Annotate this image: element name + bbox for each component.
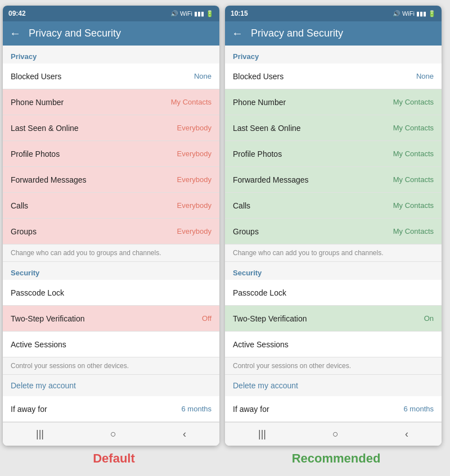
passcode-lock-label-right: Passcode Lock [233,288,286,297]
profile-photos-left[interactable]: Profile Photos Everybody [3,141,219,167]
blocked-users-value-right: None [416,72,434,80]
last-seen-label-left: Last Seen & Online [11,124,79,133]
back-arrow-left[interactable]: ← [10,27,21,40]
settings-list-right: Privacy Blocked Users None Phone Number … [225,46,442,422]
nav-back-left[interactable]: ‹ [183,428,186,440]
status-bar-left: 09:42 🔊 WiFi ▮▮▮ 🔋 [3,6,219,21]
security-header-left: Security [3,262,219,280]
status-icons-left: 🔊 WiFi ▮▮▮ 🔋 [170,10,214,17]
last-seen-value-right: My Contacts [393,124,434,132]
top-bar-right: ← Privacy and Security [225,21,442,46]
profile-photos-label-right: Profile Photos [233,149,282,158]
groups-value-left: Everybody [177,227,212,235]
phone-number-value-left: My Contacts [171,98,212,106]
calls-label-right: Calls [233,201,250,210]
two-step-value-left: Off [202,314,212,323]
active-sessions-right[interactable]: Active Sessions [225,332,442,357]
delete-account-link-right[interactable]: Delete my account [233,381,298,390]
blocked-users-left[interactable]: Blocked Users None [3,64,219,89]
last-seen-left[interactable]: Last Seen & Online Everybody [3,115,219,141]
calls-left[interactable]: Calls Everybody [3,193,219,219]
security-helper-right: Control your sessions on other devices. [225,357,442,375]
groups-value-right: My Contacts [393,227,434,235]
forwarded-msgs-left[interactable]: Forwarded Messages Everybody [3,167,219,193]
calls-value-left: Everybody [177,201,212,210]
phone-number-label-left: Phone Number [11,98,64,107]
page-title-left: Privacy and Security [29,28,121,39]
labels-row: Default Recommended [3,451,447,466]
nav-back-right[interactable]: ‹ [405,428,408,440]
status-bar-right: 10:15 🔊 WiFi ▮▮▮ 🔋 [225,6,442,21]
if-away-label-left: If away for [11,405,47,414]
if-away-label-right: If away for [233,405,269,414]
if-away-left[interactable]: If away for 6 months [3,396,219,422]
delete-account-left: Delete my account [3,375,219,396]
page-title-right: Privacy and Security [251,28,343,39]
delete-account-right: Delete my account [225,375,442,396]
phone-recommended: 10:15 🔊 WiFi ▮▮▮ 🔋 ← Privacy and Securit… [225,6,442,446]
delete-account-link-left[interactable]: Delete my account [11,381,76,390]
profile-photos-label-left: Profile Photos [11,149,60,158]
active-sessions-label-left: Active Sessions [11,340,66,349]
last-seen-value-left: Everybody [177,124,212,132]
last-seen-label-right: Last Seen & Online [233,124,301,133]
blocked-users-label-left: Blocked Users [11,72,61,81]
groups-left[interactable]: Groups Everybody [3,219,219,244]
two-step-label-left: Two-Step Verification [11,314,85,323]
forwarded-msgs-label-right: Forwarded Messages [233,175,309,184]
groups-right[interactable]: Groups My Contacts [225,219,442,244]
two-step-value-right: On [424,314,434,323]
active-sessions-left[interactable]: Active Sessions [3,332,219,357]
time-left: 09:42 [8,10,26,17]
passcode-lock-right[interactable]: Passcode Lock [225,280,442,306]
calls-label-left: Calls [11,201,28,210]
nav-bar-left: ||| ○ ‹ [3,422,219,446]
nav-bar-right: ||| ○ ‹ [225,422,442,446]
calls-right[interactable]: Calls My Contacts [225,193,442,219]
security-helper-left: Control your sessions on other devices. [3,357,219,375]
phone-number-left[interactable]: Phone Number My Contacts [3,89,219,115]
phone-default: 09:42 🔊 WiFi ▮▮▮ 🔋 ← Privacy and Securit… [3,6,219,446]
groups-label-left: Groups [11,227,37,236]
phones-container: 09:42 🔊 WiFi ▮▮▮ 🔋 ← Privacy and Securit… [3,6,447,446]
two-step-label-right: Two-Step Verification [233,314,307,323]
passcode-lock-left[interactable]: Passcode Lock [3,280,219,306]
recommended-label: Recommended [228,451,444,466]
settings-list-left: Privacy Blocked Users None Phone Number … [3,46,219,422]
passcode-lock-label-left: Passcode Lock [11,288,64,297]
forwarded-msgs-right[interactable]: Forwarded Messages My Contacts [225,167,442,193]
groups-label-right: Groups [233,227,259,236]
nav-menu-right[interactable]: ||| [258,428,266,440]
top-bar-left: ← Privacy and Security [3,21,219,46]
forwarded-msgs-value-left: Everybody [177,175,212,184]
phone-number-right[interactable]: Phone Number My Contacts [225,89,442,115]
profile-photos-value-right: My Contacts [393,149,434,158]
profile-photos-value-left: Everybody [177,149,212,158]
two-step-right[interactable]: Two-Step Verification On [225,306,442,332]
privacy-header-left: Privacy [3,46,219,64]
back-arrow-right[interactable]: ← [232,27,243,40]
security-header-right: Security [225,262,442,280]
blocked-users-value-left: None [194,72,212,80]
phone-number-label-right: Phone Number [233,98,286,107]
time-right: 10:15 [231,10,248,17]
forwarded-msgs-label-left: Forwarded Messages [11,175,87,184]
two-step-left[interactable]: Two-Step Verification Off [3,306,219,332]
signal-icons-right: 🔊 WiFi ▮▮▮ 🔋 [393,10,436,17]
profile-photos-right[interactable]: Profile Photos My Contacts [225,141,442,167]
last-seen-right[interactable]: Last Seen & Online My Contacts [225,115,442,141]
signal-icons-left: 🔊 WiFi ▮▮▮ 🔋 [170,10,214,17]
privacy-helper-left: Change who can add you to groups and cha… [3,244,219,262]
calls-value-right: My Contacts [393,201,434,210]
if-away-right[interactable]: If away for 6 months [225,396,442,422]
nav-menu-left[interactable]: ||| [36,428,44,440]
active-sessions-label-right: Active Sessions [233,340,289,349]
blocked-users-right[interactable]: Blocked Users None [225,64,442,89]
privacy-helper-right: Change who can add you to groups and cha… [225,244,442,262]
nav-home-left[interactable]: ○ [110,428,116,440]
privacy-header-right: Privacy [225,46,442,64]
default-label: Default [6,451,222,466]
if-away-value-right: 6 months [404,405,434,413]
status-icons-right: 🔊 WiFi ▮▮▮ 🔋 [393,10,436,17]
nav-home-right[interactable]: ○ [332,428,339,440]
